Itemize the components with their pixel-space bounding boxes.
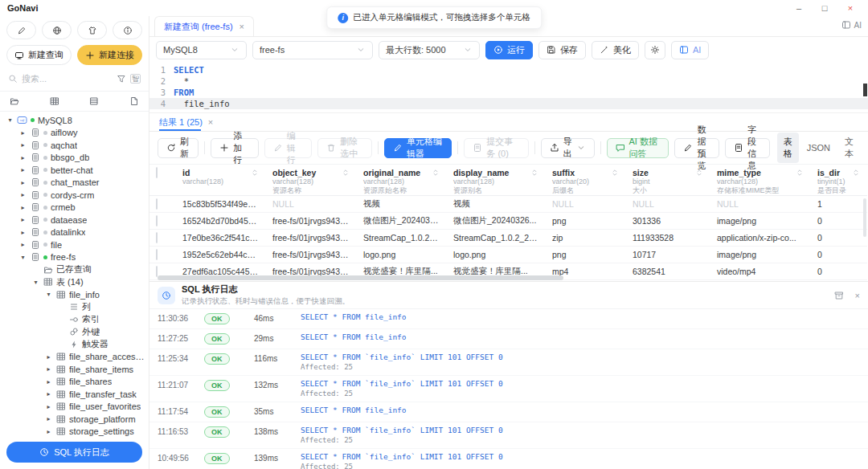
table-cell[interactable]: NULL (626, 196, 710, 213)
tree-item[interactable]: ▾ 表 (14) (3, 276, 145, 289)
column-header[interactable]: idvarchar(128) (176, 165, 266, 196)
log-entry[interactable]: 10:49:56 OK 139ms SELECT * FROM `file_in… (149, 449, 868, 469)
theme-button[interactable] (77, 21, 107, 39)
cell-editor-button[interactable]: 单元格编辑器 (384, 138, 452, 158)
table-cell[interactable]: 0 (811, 263, 867, 280)
globe-button[interactable] (42, 21, 72, 39)
log-entry[interactable]: 11:17:54 OK 35ms SELECT * FROM file_info (149, 402, 868, 422)
vertical-scrollbar[interactable] (863, 198, 866, 237)
folder-view-icon[interactable] (10, 96, 19, 106)
table-cell[interactable]: 301336 (626, 213, 710, 230)
table-cell[interactable]: logo.png (357, 247, 447, 263)
table-cell[interactable]: 6382541 (626, 263, 710, 280)
tree-arrow-icon[interactable]: ▾ (19, 254, 27, 261)
tree-item[interactable]: 已存查询 (3, 263, 145, 276)
row-checkbox[interactable] (156, 266, 158, 277)
sort-icon[interactable] (530, 168, 539, 177)
data-preview-button[interactable]: 数据预览 (674, 138, 719, 158)
row-checkbox[interactable] (156, 249, 158, 260)
table-cell[interactable]: 微信图片_20240326... (447, 213, 546, 230)
tree-item[interactable]: 索引 (3, 313, 145, 326)
tree-item[interactable]: ▸ datalinkx (3, 226, 145, 239)
column-header[interactable]: is_dirtinyint(1)是否目录 (811, 165, 867, 196)
log-entry[interactable]: 11:21:07 OK 132ms SELECT * FROM `file_in… (149, 376, 868, 402)
tree-item[interactable]: ▾ file_info (3, 288, 145, 301)
ai-button[interactable]: AI (671, 41, 709, 59)
column-header[interactable]: mime_typevarchar(128)存储标准MIME类型 (710, 165, 811, 196)
tree-item[interactable]: ▸ cordys-crm (3, 189, 145, 202)
search-input[interactable] (22, 74, 113, 84)
sql-log-button[interactable]: SQL 执行日志 (6, 442, 142, 463)
tree-arrow-icon[interactable]: ▸ (45, 415, 52, 422)
sort-icon[interactable] (341, 168, 350, 177)
table-row[interactable]: 1952e5c62eb44ce8...free-fs/01jrvgs943q..… (149, 247, 867, 263)
row-checkbox[interactable] (156, 198, 158, 210)
tree-arrow-icon[interactable]: ▸ (45, 353, 52, 361)
sort-icon[interactable] (250, 168, 260, 177)
query-tab[interactable]: 新建查询 (free-fs) × (154, 16, 254, 36)
new-connection-button[interactable]: 新建连接 (77, 45, 142, 65)
tree-item[interactable]: 外键 (3, 326, 145, 339)
connection-select[interactable]: MySQL8 (156, 41, 247, 59)
field-info-button[interactable]: 字段信息 (725, 138, 770, 158)
minimize-icon[interactable]: – (786, 1, 812, 15)
column-header[interactable]: suffixvarchar(20)后缀名 (546, 165, 626, 196)
table-cell[interactable]: zip (546, 230, 626, 247)
tree-item[interactable]: ▸ storage_platform (3, 413, 145, 426)
tree-arrow-icon[interactable]: ▸ (19, 154, 27, 161)
file-view-icon[interactable] (129, 96, 139, 106)
tree-arrow-icon[interactable]: ▸ (19, 141, 27, 149)
tree-item[interactable]: ▸ file_share_access_record (3, 351, 145, 364)
tree-arrow-icon[interactable]: ▸ (19, 129, 27, 137)
table-cell[interactable]: free-fs/01jrvgs943q... (266, 213, 357, 230)
tree-item[interactable]: 触发器 (3, 338, 145, 351)
clear-log-icon[interactable] (834, 291, 844, 300)
view-json-tab[interactable]: JSON (800, 140, 837, 156)
table-cell[interactable]: image/png (710, 247, 811, 263)
edit-pen-button[interactable] (6, 21, 36, 39)
ai-panel-toggle[interactable]: AI (841, 20, 862, 30)
maximize-icon[interactable]: □ (812, 1, 837, 15)
tree-arrow-icon[interactable]: ▸ (19, 216, 27, 223)
tree-item[interactable]: ▸ better-chat (3, 164, 145, 177)
tree-item[interactable]: ▸ file_user_favorites (3, 401, 145, 414)
table-cell[interactable]: 17e0be36c2f541ce9... (176, 230, 266, 247)
tree-item[interactable]: ▸ file_shares (3, 376, 145, 389)
table-cell[interactable]: 微信图片_20240326... (357, 213, 447, 230)
table-cell[interactable]: 15c83b5f534f49e4b... (176, 196, 266, 213)
tree-item[interactable]: ▸ crmeb (3, 202, 145, 214)
database-select[interactable]: free-fs (252, 41, 373, 59)
tree-arrow-icon[interactable]: ▸ (45, 390, 52, 398)
tree-arrow-icon[interactable]: ▸ (45, 365, 52, 373)
table-cell[interactable]: StreamCap_1.0.2_2_... (447, 230, 546, 247)
tree-item[interactable]: ▾ free-fs (3, 251, 145, 264)
table-cell[interactable]: 16524b2d70bd4527... (176, 213, 266, 230)
table-view-icon[interactable] (50, 96, 59, 106)
run-button[interactable]: 运行 (485, 41, 533, 59)
tree-item[interactable]: ▾ sql MySQL8 (3, 114, 145, 127)
tree-item[interactable]: ▸ storage_settings (3, 426, 145, 438)
log-entry[interactable]: 11:16:53 OK 138ms SELECT * FROM `file_in… (149, 422, 868, 449)
tree-item[interactable]: ▸ file_share_items (3, 363, 145, 376)
horizontal-scrollbar[interactable] (158, 275, 563, 280)
export-button[interactable]: 导出 (541, 138, 595, 158)
table-cell[interactable]: NULL (710, 196, 811, 213)
table-cell[interactable]: 视频 (447, 196, 546, 213)
tree-item[interactable]: ▸ chat_master (3, 177, 145, 190)
save-button[interactable]: 保存 (538, 41, 586, 59)
column-header[interactable]: object_keyvarchar(128)资源名称 (266, 165, 357, 196)
table-cell[interactable]: NULL (546, 196, 626, 213)
table-cell[interactable]: logo.png (447, 247, 546, 263)
view-text-tab[interactable]: 文本 (838, 133, 860, 163)
sql-editor[interactable]: 1SELECT2 *3FROM4 file_info (149, 63, 868, 112)
log-close-icon[interactable]: × (855, 291, 860, 300)
tree-arrow-icon[interactable]: ▸ (19, 229, 27, 236)
editor-line[interactable]: 1SELECT (149, 64, 868, 75)
column-header[interactable]: original_namevarchar(128)资源原始名称 (357, 165, 447, 196)
tab-close-icon[interactable]: × (240, 22, 244, 31)
log-entry[interactable]: 11:25:34 OK 116ms SELECT * FROM `file_in… (149, 349, 868, 376)
table-row[interactable]: 16524b2d70bd4527...free-fs/01jrvgs943q..… (149, 213, 867, 230)
refresh-button[interactable]: 刷新 (158, 138, 199, 158)
log-entry[interactable]: 11:27:25 OK 29ms SELECT * FROM file_info (149, 329, 868, 349)
tree-item[interactable]: 列 (3, 301, 145, 314)
